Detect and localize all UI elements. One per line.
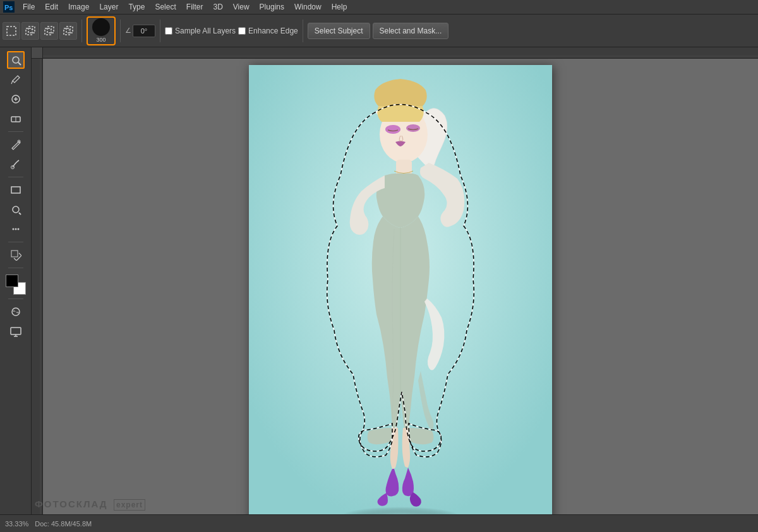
ruler-horizontal: // render ticks via SVG: [32, 47, 758, 59]
toolbox: [0, 47, 32, 514]
main-area: // render ticks via SVG: [0, 47, 758, 514]
screen-mode-btn[interactable]: [7, 322, 25, 340]
svg-point-25: [13, 206, 19, 213]
eyedropper-btn[interactable]: [7, 71, 25, 88]
svg-point-41: [406, 124, 420, 132]
person-silhouette: [249, 65, 552, 514]
pen-btn[interactable]: [7, 136, 25, 153]
zoom-level: 33.33%: [5, 520, 28, 528]
toolbox-sep-2: [8, 177, 23, 177]
watermark-suffix: expert: [114, 499, 145, 511]
options-toolbar: + - × 300 ∠ Sample: [0, 15, 758, 47]
watermark-text: ФОТОСКЛАД: [35, 499, 108, 509]
toolbar-sep-4: [303, 20, 303, 42]
quick-mask-btn[interactable]: [7, 303, 25, 321]
magnify-btn[interactable]: [7, 201, 25, 218]
rectangle-btn[interactable]: [7, 181, 25, 199]
toolbox-sep-3: [8, 242, 23, 242]
select-subject-button[interactable]: Select Subject: [308, 23, 370, 39]
menu-3d[interactable]: 3D: [208, 0, 227, 15]
brush-preview: [92, 18, 110, 36]
svg-rect-32: [11, 328, 21, 334]
doc-size: Doc: 45.8M/45.8M: [35, 520, 92, 528]
spot-heal-btn[interactable]: [7, 90, 25, 108]
add-selection-btn[interactable]: +: [21, 22, 39, 40]
svg-line-16: [11, 81, 13, 84]
menu-window[interactable]: Window: [289, 0, 327, 15]
tool-mode-group: + - ×: [3, 22, 77, 40]
toolbox-sep-4: [8, 268, 23, 268]
svg-point-27: [12, 228, 14, 230]
svg-text:Ps: Ps: [4, 4, 13, 11]
menu-filter[interactable]: Filter: [181, 0, 208, 15]
menu-type[interactable]: Type: [123, 0, 150, 15]
menu-select[interactable]: Select: [150, 0, 181, 15]
intersect-selection-btn[interactable]: ×: [59, 22, 77, 40]
sample-all-layers-group: Sample All Layers: [165, 27, 236, 35]
toolbox-sep-5: [8, 299, 23, 299]
ps-logo: Ps: [3, 1, 15, 13]
svg-text:-: -: [50, 27, 52, 32]
subtract-selection-btn[interactable]: -: [40, 22, 58, 40]
bottom-bar: 33.33% Doc: 45.8M/45.8M: [0, 514, 758, 532]
toolbar-sep-2: [120, 20, 121, 42]
canvas-row: [32, 59, 758, 514]
eraser-btn[interactable]: [7, 110, 25, 127]
transform-btn[interactable]: [7, 246, 25, 264]
enhance-edge-label[interactable]: Enhance Edge: [248, 27, 298, 35]
foreground-color-swatch[interactable]: [6, 275, 18, 287]
color-swatches[interactable]: [6, 275, 26, 295]
svg-line-13: [18, 62, 21, 65]
brush-btn[interactable]: [7, 155, 25, 173]
sample-all-layers-checkbox[interactable]: [165, 27, 172, 35]
enhance-edge-group: Enhance Edge: [238, 27, 298, 35]
angle-group: ∠: [125, 25, 155, 37]
sample-all-layers-label[interactable]: Sample All Layers: [175, 27, 236, 35]
new-selection-btn[interactable]: [3, 22, 20, 40]
watermark: ФОТОСКЛАД expert: [35, 499, 145, 510]
svg-text:+: +: [31, 27, 34, 32]
ruler-corner: [32, 47, 43, 59]
quick-selection-tool-btn[interactable]: [7, 51, 25, 69]
ruler-vertical: [32, 59, 43, 514]
menu-view[interactable]: View: [228, 0, 255, 15]
toolbar-sep-1: [81, 20, 82, 42]
angle-input[interactable]: [133, 25, 155, 37]
content-area: // render ticks via SVG: [32, 47, 758, 514]
menu-plugins[interactable]: Plugins: [255, 0, 289, 15]
svg-point-40: [385, 125, 400, 134]
svg-point-28: [15, 228, 16, 230]
select-and-mask-button[interactable]: Select and Mask...: [373, 23, 449, 39]
menu-file[interactable]: File: [18, 0, 40, 15]
dots-tool-btn[interactable]: [7, 220, 25, 238]
enhance-edge-checkbox[interactable]: [238, 27, 246, 35]
menu-image[interactable]: Image: [63, 0, 94, 15]
canvas-scroll[interactable]: [43, 59, 758, 514]
svg-line-26: [19, 213, 21, 215]
brush-size-btn[interactable]: 300: [87, 16, 116, 45]
svg-text:×: ×: [68, 28, 71, 32]
svg-point-29: [17, 228, 19, 230]
photo-canvas: [249, 65, 552, 514]
svg-rect-2: [7, 27, 16, 35]
menu-layer[interactable]: Layer: [94, 0, 123, 15]
angle-icon: ∠: [125, 27, 131, 35]
toolbar-sep-3: [160, 20, 160, 42]
svg-rect-24: [11, 187, 20, 193]
menu-help[interactable]: Help: [327, 0, 352, 15]
menu-edit[interactable]: Edit: [40, 0, 63, 15]
brush-size-value: 300: [96, 37, 105, 43]
menu-bar: Ps File Edit Image Layer Type Select Fil…: [0, 0, 758, 15]
svg-rect-30: [11, 251, 18, 257]
toolbox-sep-1: [8, 131, 23, 132]
